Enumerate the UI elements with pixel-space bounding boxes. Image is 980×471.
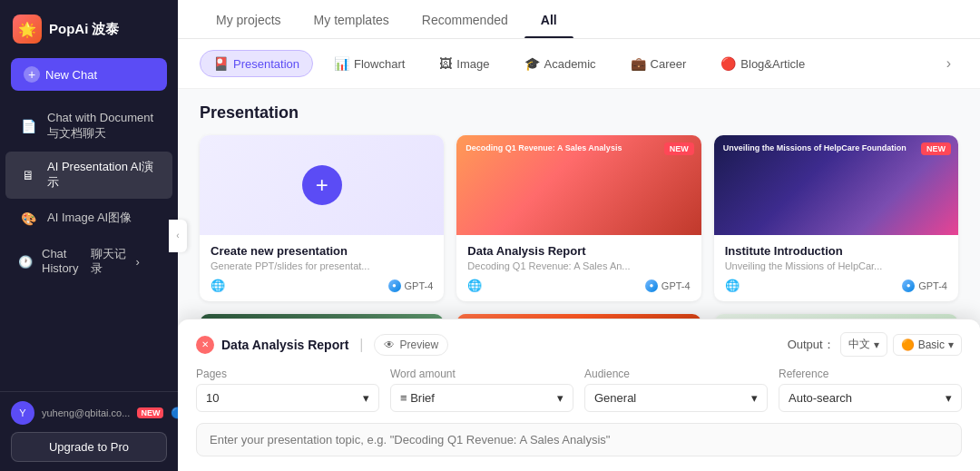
- word-amount-chevron-icon: ▾: [557, 391, 564, 405]
- history-label-history: History: [42, 261, 78, 277]
- academic-pill-icon: 🎓: [524, 56, 540, 71]
- basic-select[interactable]: 🟠 Basic ▾: [893, 334, 962, 356]
- user-row: Y yuheng@qbitai.co... NEW 🔵 🌀: [11, 401, 167, 425]
- new-chat-button[interactable]: + New Chat: [11, 58, 167, 91]
- category-flowchart[interactable]: 📊 Flowchart: [320, 50, 418, 77]
- main-content: My projects My templates Recommended All…: [178, 0, 980, 471]
- panel-preview-button[interactable]: 👁 Preview: [374, 334, 448, 356]
- presentation-pill-icon: 🎴: [213, 56, 229, 71]
- new-tag-institute: NEW: [921, 142, 951, 155]
- card-institute-desc: Unveiling the Missions of HelpCar...: [725, 260, 947, 271]
- sidebar-item-document-label: Chat with Document 与文档聊天: [47, 111, 160, 142]
- output-chevron-icon: ▾: [874, 339, 879, 351]
- document-icon: 📄: [18, 116, 38, 136]
- gpt-badge-3: ● GPT-4: [902, 280, 947, 292]
- field-word-amount-select[interactable]: ≡ Brief ▾: [390, 384, 573, 412]
- tab-recommended[interactable]: Recommended: [406, 0, 524, 38]
- field-word-amount: Word amount ≡ Brief ▾: [390, 368, 573, 412]
- tab-my-templates-label: My templates: [314, 13, 389, 27]
- panel-title: Data Analysis Report: [221, 338, 348, 352]
- history-label-cn1: 聊天记: [91, 247, 126, 262]
- card-create-new[interactable]: + Create new presentation Generate PPT/s…: [200, 135, 444, 301]
- more-categories-arrow[interactable]: ›: [939, 52, 958, 75]
- tab-my-projects[interactable]: My projects: [200, 0, 298, 38]
- output-value: 中文: [848, 337, 870, 352]
- sidebar-collapse-handle[interactable]: ‹: [169, 220, 187, 252]
- category-career-label: Career: [651, 57, 687, 71]
- field-reference-label: Reference: [779, 368, 962, 380]
- card-data-analysis[interactable]: NEW Decoding Q1 Revenue: A Sales Analysi…: [456, 135, 701, 301]
- logo-icon: 🌟: [13, 15, 42, 44]
- tab-all[interactable]: All: [524, 0, 573, 38]
- sidebar-item-image-label: AI Image AI图像: [47, 211, 160, 226]
- card-create-title: Create new presentation: [211, 244, 433, 258]
- gpt-dot-icon-2: ●: [645, 280, 658, 292]
- flowchart-pill-icon: 📊: [334, 56, 349, 71]
- field-pages-select[interactable]: 10 ▾: [196, 384, 379, 412]
- basic-label: Basic: [918, 339, 945, 351]
- card-institute[interactable]: NEW Unveiling the Missions of HelpCare F…: [714, 135, 958, 301]
- card-institute-thumb: NEW Unveiling the Missions of HelpCare F…: [714, 135, 958, 235]
- category-presentation[interactable]: 🎴 Presentation: [200, 50, 313, 77]
- panel-header: ✕ Data Analysis Report | 👁 Preview Outpu…: [196, 332, 962, 357]
- sidebar-item-presentation-label: AI Presentation AI演示: [47, 160, 160, 191]
- card-institute-footer: 🌐 ● GPT-4: [725, 279, 947, 292]
- tab-all-label: All: [541, 13, 557, 27]
- gpt-dot-icon-3: ●: [902, 280, 915, 292]
- gpt-badge-2: ● GPT-4: [645, 280, 691, 292]
- history-label-cn2: 录: [91, 261, 126, 277]
- section-title: Presentation: [200, 103, 958, 123]
- category-image[interactable]: 🖼 Image: [426, 50, 503, 77]
- audience-chevron-icon: ▾: [751, 391, 758, 405]
- upgrade-button[interactable]: Upgrade to Pro: [11, 432, 167, 462]
- field-pages-label: Pages: [196, 368, 379, 380]
- sidebar-item-image[interactable]: 🎨 AI Image AI图像: [5, 201, 172, 237]
- field-audience-value: General: [594, 391, 636, 405]
- card-create-footer: 🌐 ● GPT-4: [211, 279, 433, 292]
- user-email: yuheng@qbitai.co...: [42, 407, 130, 418]
- card-data-analysis-footer: 🌐 ● GPT-4: [467, 279, 690, 292]
- history-labels: Chat History: [42, 247, 78, 278]
- blog-pill-icon: 🔴: [720, 56, 736, 71]
- sidebar-item-presentation[interactable]: 🖥 AI Presentation AI演示: [5, 152, 172, 199]
- globe-icon-2: 🌐: [467, 279, 482, 292]
- sidebar-item-document[interactable]: 📄 Chat with Document 与文档聊天: [5, 103, 172, 150]
- new-tag-data: NEW: [664, 142, 694, 155]
- app-name: PopAi 波泰: [49, 21, 120, 38]
- presentation-icon: 🖥: [18, 165, 38, 185]
- field-audience-select[interactable]: General ▾: [584, 384, 768, 412]
- sidebar-history[interactable]: 🕐 Chat History 聊天记 录 ›: [5, 239, 172, 286]
- field-reference: Reference Auto-search ▾: [779, 368, 962, 412]
- card-create-body: Create new presentation Generate PPT/sli…: [200, 235, 444, 301]
- panel-close-button[interactable]: ✕: [196, 336, 214, 354]
- gpt-label-3: GPT-4: [918, 280, 947, 291]
- panel-output: Output： 中文 ▾ 🟠 Basic ▾: [788, 332, 962, 357]
- topic-input[interactable]: [196, 423, 962, 456]
- user-info: yuheng@qbitai.co...: [42, 407, 130, 418]
- sidebar-bottom: Y yuheng@qbitai.co... NEW 🔵 🌀 Upgrade to…: [0, 391, 178, 471]
- field-word-amount-value: ≡ Brief: [400, 391, 435, 405]
- card-data-analysis-title: Data Analysis Report: [467, 244, 690, 258]
- sidebar: 🌟 PopAi 波泰 + New Chat 📄 Chat with Docume…: [0, 0, 178, 471]
- card-data-analysis-thumb: NEW Decoding Q1 Revenue: A Sales Analysi…: [456, 135, 701, 235]
- category-academic[interactable]: 🎓 Academic: [511, 50, 610, 77]
- basic-dot: 🟠: [901, 339, 915, 351]
- card-institute-body: Institute Introduction Unveiling the Mis…: [714, 235, 958, 301]
- history-label-chat: Chat: [42, 247, 78, 262]
- category-blog[interactable]: 🔴 Blog&Article: [707, 50, 818, 77]
- field-word-amount-label: Word amount: [390, 368, 573, 380]
- category-academic-label: Academic: [544, 57, 596, 71]
- top-tabs: My projects My templates Recommended All: [178, 0, 980, 39]
- card-create-desc: Generate PPT/slides for presentat...: [211, 260, 433, 271]
- output-select[interactable]: 中文 ▾: [840, 332, 887, 357]
- globe-icon: 🌐: [211, 279, 225, 292]
- field-reference-value: Auto-search: [789, 391, 852, 405]
- gpt-label: GPT-4: [405, 280, 434, 291]
- category-career[interactable]: 💼 Career: [617, 50, 701, 77]
- category-presentation-label: Presentation: [233, 57, 299, 71]
- category-bar: 🎴 Presentation 📊 Flowchart 🖼 Image 🎓 Aca…: [178, 39, 980, 89]
- card-institute-title: Institute Introduction: [725, 244, 947, 258]
- category-flowchart-label: Flowchart: [354, 57, 405, 71]
- field-reference-select[interactable]: Auto-search ▾: [779, 384, 962, 412]
- tab-my-templates[interactable]: My templates: [298, 0, 406, 38]
